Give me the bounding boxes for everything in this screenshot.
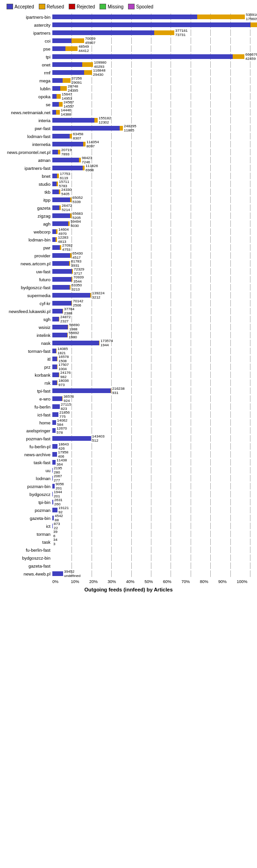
accepted-bar [52,213,70,218]
refused-bar [58,150,60,154]
refused-bar [63,78,71,83]
bar-value-label: 11684829430 [93,68,106,77]
row-label: studio [2,182,52,187]
refused-bar [57,365,57,369]
table-row: cyf-kr 701422506 [2,299,255,307]
bar-value-label: 15518212302 [99,116,111,124]
refused-bar [56,229,57,234]
bar-area: 1912192 [52,507,255,513]
table-row: lodman 2067277 [2,474,255,482]
bar-value-label: 18643426 [58,442,69,451]
bar-area: 11684829430 [52,69,255,76]
bar-area: 18643426 [52,443,255,450]
bar-value-label: 175071004 [58,363,69,371]
bars [52,380,57,385]
refused-bar [62,396,63,401]
row-label: lodman [2,476,52,481]
accepted-bar [52,237,56,242]
row-label: sgh [2,317,52,322]
table-row: torman 396 [2,530,255,538]
row-label: pwr-fast [2,126,52,131]
accepted-bar [52,285,70,290]
table-row: pse 4854944412 [2,45,255,52]
refused-bar [60,245,61,250]
bar-value-label: 454288 [55,514,63,522]
bar-area: 566901988 [52,324,255,330]
bar-value-label: 633503213 [71,283,82,292]
bars [52,46,78,51]
row-label: itl [2,357,52,362]
accepted-bar [52,70,84,75]
accepted-bar [52,325,68,329]
table-row: uu 2195280 [2,467,255,474]
bar-area: 723293717 [52,268,255,275]
legend-accepted-label: Accepted [14,4,34,9]
accepted-bar [52,571,63,576]
bars [52,261,70,266]
row-label: interia [2,118,52,123]
accepted-bar [52,349,56,353]
refused-bar [57,357,57,361]
bars [52,229,57,234]
table-row: mega 3725629091 [2,77,255,84]
accepted-bar [52,277,71,282]
bar-area [52,547,255,553]
table-row: pozman-bin 9056201 [2,482,255,490]
row-label: gazeta [2,205,52,211]
bars [52,428,56,433]
table-row: itl 165781508 [2,355,255,363]
bars [52,126,123,131]
table-row: gazeta 264725214 [2,204,255,212]
bar-area: 140851821 [52,348,255,354]
accepted-bar [52,524,53,528]
bar-area: 2874824395 [52,85,255,92]
table-row: itpp 650525339 [2,196,255,204]
x-axis-tick: 40% [126,579,144,584]
row-label: news.artcom.pl [2,261,52,266]
accepted-bar [52,357,57,361]
bars [52,78,71,83]
table-row: bnet 177536119 [2,172,255,180]
bar-value-label: 343 [53,538,57,546]
refused-bar [68,221,70,226]
table-row: lodman-bin 122834813 [2,236,255,243]
accepted-bar [52,205,59,210]
bar-area: 18036973 [52,379,255,386]
row-label: rmf [2,70,52,75]
bar-value-label: 2067277 [54,474,62,482]
accepted-bar [52,190,59,194]
x-axis: 0%10%20%30%40%50%60%70%80%90%100% [2,579,255,584]
bars [52,365,57,369]
table-row: ipartners 37718173731 [2,29,255,36]
bar-value-label: 248722327 [60,315,71,323]
legend-missing: Missing [100,4,123,9]
accepted-bar [52,110,56,115]
bars [52,110,60,115]
bar-value-label: 27115823 [61,402,71,411]
accepted-bar [52,420,56,425]
table-row: bydgoszcz-fast 633503213 [2,284,255,291]
accepted-bar [52,484,55,489]
x-axis-tick: 70% [181,579,200,584]
bars [52,38,84,43]
bar-area: 2456714557 [52,101,255,108]
bar-area: 10998040293 [52,61,255,68]
row-label: bydgoszcz [2,492,52,497]
bar-value-label: 634588307 [73,132,83,140]
row-label: lodman-bin [2,237,52,242]
bars [52,30,174,35]
bar-area: 650525339 [52,197,255,203]
table-row: prz 175071004 [2,363,255,371]
bar-value-label: 140851821 [57,347,68,355]
legend-rejected: Rejected [69,4,95,9]
accepted-bar [52,166,83,170]
bar-area: 165781508 [52,356,255,362]
accepted-bar [52,86,60,91]
row-label: torman-fast [2,349,52,354]
accepted-bar [52,365,57,369]
bars [52,317,59,321]
row-label: news.4web.pl [2,571,52,576]
bar-area: 122834813 [52,236,255,243]
bars [52,237,57,242]
row-label: coi [2,38,52,44]
